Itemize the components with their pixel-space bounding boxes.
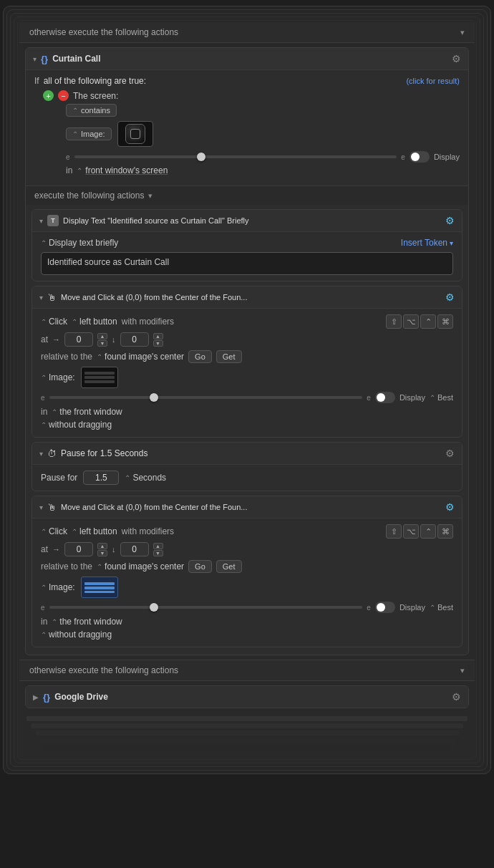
move-click-2-header[interactable]: ▾ 🖱 Move and Click at (0,0) from the Cen… (32, 496, 462, 519)
go-btn-1[interactable]: Go (188, 350, 212, 363)
mod-control-1[interactable]: ⌃ (420, 314, 436, 329)
in-row-1: in ⌃ front window's screen (66, 165, 460, 175)
mod-control-2[interactable]: ⌃ (420, 524, 436, 539)
without-dragging-dropdown-1[interactable]: ⌃ without dragging (41, 420, 112, 430)
slider-min-2: e (41, 394, 45, 402)
mod-command-2[interactable]: ⌘ (437, 524, 453, 539)
y-input-2[interactable] (120, 542, 149, 556)
mod-command-1[interactable]: ⌘ (437, 314, 453, 329)
display-text-gear[interactable]: ⚙ (445, 215, 455, 226)
button-dropdown-1[interactable]: ⌃ left button (72, 317, 117, 327)
front-window-dropdown-3[interactable]: ⌃ the front window (52, 617, 122, 627)
curtain-call-curly-icon: {} (41, 54, 48, 64)
best-dropdown-1[interactable]: ⌃ Best (430, 393, 453, 402)
image-thumbnail-3[interactable] (81, 577, 118, 598)
display-text-chevron[interactable]: ▾ (39, 217, 43, 225)
without-dragging-2: ⌃ without dragging (41, 630, 453, 640)
image-row-1: ⌃ Image: (66, 121, 460, 147)
in-label-3: in (41, 617, 47, 627)
seconds-dropdown[interactable]: ⌃ Seconds (125, 473, 166, 483)
with-modifiers-2: with modifiers (122, 526, 174, 536)
x-input-2[interactable] (64, 542, 93, 556)
click-dropdown-1[interactable]: ⌃ Click (41, 317, 67, 327)
display-toggle-3[interactable] (375, 602, 395, 613)
result-link[interactable]: (click for result) (406, 77, 460, 85)
pause-header[interactable]: ▾ ⏱ Pause for 1.5 Seconds ⚙ (32, 443, 462, 465)
front-window-dropdown-1[interactable]: ⌃ front window's screen (77, 165, 168, 175)
image-row-3: ⌃ Image: (41, 577, 453, 598)
best-dropdown-2[interactable]: ⌃ Best (430, 603, 453, 612)
collapsed-line-4 (39, 738, 455, 743)
get-btn-2[interactable]: Get (216, 560, 242, 573)
x-stepper-2[interactable]: ▲ ▼ (97, 543, 107, 556)
bottom-otherwise-bar[interactable]: otherwise execute the following actions … (19, 660, 475, 681)
image-dropdown[interactable]: ⌃ Image: (66, 127, 112, 140)
at-label-2: at (41, 544, 48, 554)
slider-1[interactable] (74, 155, 397, 158)
move-click-2-body: ⌃ Click ⌃ left button with modifiers ⇧ ⌥… (32, 519, 462, 647)
google-drive-chevron-right[interactable]: ▶ (33, 693, 39, 701)
mod-shift-2[interactable]: ⇧ (386, 524, 402, 539)
display-text-title: Display Text "Identified source as Curta… (63, 216, 441, 225)
slider-2[interactable] (49, 396, 363, 399)
contains-dropdown[interactable]: ⌃ contains (66, 104, 117, 117)
found-image-dropdown-1[interactable]: ⌃ found image's center (97, 352, 184, 362)
condition-row: If all of the following are true: (click… (34, 76, 460, 86)
move-click-1-gear[interactable]: ⚙ (445, 291, 455, 303)
y-stepper-1[interactable]: ▲ ▼ (153, 333, 163, 347)
at-row-1: at → ▲ ▼ ↓ ▲ ▼ (41, 332, 453, 347)
display-toggle-2[interactable] (375, 392, 395, 403)
move-click-2-icon: 🖱 (47, 502, 57, 513)
move-click-1-chevron[interactable]: ▾ (39, 294, 43, 302)
google-drive-gear[interactable]: ⚙ (452, 691, 461, 703)
mod-option-1[interactable]: ⌥ (403, 314, 419, 329)
front-window-dropdown-2[interactable]: ⌃ the front window (52, 407, 122, 417)
text-input-field[interactable]: Identified source as Curtain Call (41, 252, 453, 275)
display-text-block: ▾ T Display Text "Identified source as C… (32, 209, 462, 281)
top-otherwise-bar[interactable]: otherwise execute the following actions … (19, 22, 475, 43)
move-click-1-header[interactable]: ▾ 🖱 Move and Click at (0,0) from the Cen… (32, 286, 462, 309)
get-btn-1[interactable]: Get (216, 350, 242, 363)
pause-gear[interactable]: ⚙ (445, 448, 455, 459)
go-btn-2[interactable]: Go (188, 560, 212, 573)
mod-shift-1[interactable]: ⇧ (386, 314, 402, 329)
curtain-call-header[interactable]: ▾ {} Curtain Call ⚙ (26, 48, 468, 70)
move-click-2-chevron[interactable]: ▾ (39, 503, 43, 511)
contains-label: contains (81, 106, 110, 115)
click-row-2: ⌃ Click ⌃ left button with modifiers ⇧ ⌥… (41, 524, 453, 539)
y-input-1[interactable] (120, 332, 149, 347)
y-stepper-2[interactable]: ▲ ▼ (153, 543, 163, 556)
display-briefly-dropdown[interactable]: ⌃ Display text briefly (41, 238, 118, 248)
button-dropdown-2[interactable]: ⌃ left button (72, 526, 117, 536)
image-dropdown-3[interactable]: ⌃ Image: (41, 582, 75, 592)
curtain-call-block: ▾ {} Curtain Call ⚙ If all of the follow… (25, 47, 469, 655)
move-click-2-gear[interactable]: ⚙ (445, 501, 455, 513)
display-toggle-1[interactable] (410, 151, 430, 163)
google-drive-header[interactable]: ▶ {} Google Drive ⚙ (26, 686, 468, 708)
curtain-call-gear-icon[interactable]: ⚙ (452, 53, 461, 64)
slider-3[interactable] (49, 606, 363, 609)
found-image-dropdown-2[interactable]: ⌃ found image's center (97, 561, 184, 572)
in-front-window-1: in ⌃ the front window (41, 407, 453, 417)
add-condition-btn[interactable]: + (43, 90, 54, 101)
without-dragging-dropdown-2[interactable]: ⌃ without dragging (41, 630, 112, 640)
click-dropdown-2[interactable]: ⌃ Click (41, 526, 67, 536)
found-image-label-1: found image's center (105, 352, 184, 362)
pause-seconds-input[interactable] (83, 471, 119, 485)
move-click-1-body: ⌃ Click ⌃ left button with modifiers ⇧ ⌥… (32, 309, 462, 437)
curtain-call-chevron[interactable]: ▾ (33, 55, 37, 63)
pause-body: Pause for ⌃ Seconds (32, 465, 462, 491)
x-stepper-1[interactable]: ▲ ▼ (97, 333, 107, 347)
display-text-header[interactable]: ▾ T Display Text "Identified source as C… (32, 210, 462, 232)
app-image-thumbnail-1[interactable] (117, 121, 153, 147)
front-window-label-2: the front window (59, 407, 122, 417)
insert-token-btn[interactable]: Insert Token ▾ (401, 238, 453, 248)
image-thumbnail-2[interactable] (81, 367, 118, 388)
remove-condition-btn[interactable]: − (58, 90, 69, 101)
contains-row: ⌃ contains (66, 104, 460, 117)
pause-chevron[interactable]: ▾ (39, 450, 43, 458)
execute-bar-1[interactable]: execute the following actions ▾ (26, 185, 468, 205)
image-dropdown-2[interactable]: ⌃ Image: (41, 372, 75, 382)
x-input-1[interactable] (64, 332, 93, 347)
mod-option-2[interactable]: ⌥ (403, 524, 419, 539)
